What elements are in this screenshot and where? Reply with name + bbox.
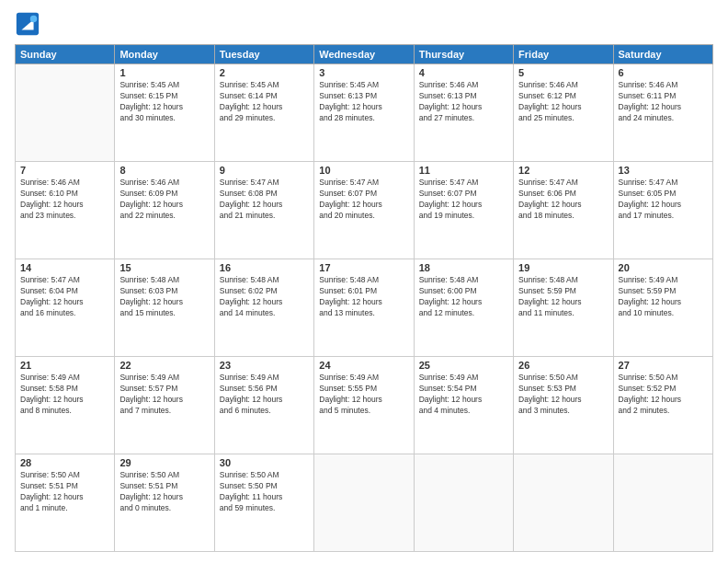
- day-info: Sunrise: 5:47 AM Sunset: 6:08 PM Dayligh…: [220, 178, 309, 222]
- day-info: Sunrise: 5:49 AM Sunset: 5:57 PM Dayligh…: [119, 373, 209, 417]
- calendar-cell: 19Sunrise: 5:48 AM Sunset: 5:59 PM Dayli…: [514, 259, 613, 357]
- day-number: 5: [518, 67, 608, 78]
- calendar-week-row: 21Sunrise: 5:49 AM Sunset: 5:58 PM Dayli…: [16, 357, 713, 454]
- day-info: Sunrise: 5:48 AM Sunset: 6:00 PM Dayligh…: [419, 275, 508, 319]
- calendar-cell: 28Sunrise: 5:50 AM Sunset: 5:51 PM Dayli…: [16, 454, 115, 552]
- day-number: 15: [119, 262, 209, 273]
- day-info: Sunrise: 5:46 AM Sunset: 6:12 PM Dayligh…: [518, 80, 608, 124]
- day-info: Sunrise: 5:49 AM Sunset: 5:54 PM Dayligh…: [419, 373, 508, 417]
- day-number: 8: [119, 165, 209, 176]
- calendar-cell: 23Sunrise: 5:49 AM Sunset: 5:56 PM Dayli…: [214, 357, 313, 454]
- day-info: Sunrise: 5:48 AM Sunset: 6:01 PM Dayligh…: [319, 275, 408, 319]
- day-number: 10: [319, 165, 408, 176]
- calendar-cell: 21Sunrise: 5:49 AM Sunset: 5:58 PM Dayli…: [16, 357, 115, 454]
- calendar-cell: 2Sunrise: 5:45 AM Sunset: 6:14 PM Daylig…: [214, 64, 313, 162]
- svg-point-2: [30, 16, 37, 22]
- day-number: 30: [220, 457, 309, 468]
- day-number: 6: [619, 67, 708, 78]
- day-info: Sunrise: 5:47 AM Sunset: 6:04 PM Dayligh…: [20, 275, 109, 319]
- calendar-cell: 29Sunrise: 5:50 AM Sunset: 5:51 PM Dayli…: [115, 454, 214, 552]
- calendar-cell: 5Sunrise: 5:46 AM Sunset: 6:12 PM Daylig…: [514, 64, 613, 162]
- day-info: Sunrise: 5:45 AM Sunset: 6:13 PM Dayligh…: [319, 80, 408, 124]
- day-number: 21: [20, 360, 109, 371]
- day-info: Sunrise: 5:50 AM Sunset: 5:51 PM Dayligh…: [20, 470, 109, 514]
- header: [15, 11, 713, 37]
- day-number: 11: [419, 165, 508, 176]
- day-info: Sunrise: 5:48 AM Sunset: 5:59 PM Dayligh…: [518, 275, 608, 319]
- weekday-header-row: SundayMondayTuesdayWednesdayThursdayFrid…: [16, 45, 713, 64]
- day-number: 1: [119, 67, 209, 78]
- calendar-cell: 16Sunrise: 5:48 AM Sunset: 6:02 PM Dayli…: [214, 259, 313, 357]
- day-info: Sunrise: 5:46 AM Sunset: 6:13 PM Dayligh…: [419, 80, 508, 124]
- day-number: 12: [518, 165, 608, 176]
- logo: [15, 11, 42, 37]
- day-info: Sunrise: 5:46 AM Sunset: 6:09 PM Dayligh…: [119, 178, 209, 222]
- day-info: Sunrise: 5:50 AM Sunset: 5:50 PM Dayligh…: [220, 470, 309, 514]
- logo-icon: [15, 11, 40, 37]
- calendar-cell: 13Sunrise: 5:47 AM Sunset: 6:05 PM Dayli…: [613, 162, 712, 259]
- calendar-cell: 6Sunrise: 5:46 AM Sunset: 6:11 PM Daylig…: [613, 64, 712, 162]
- calendar-cell: 11Sunrise: 5:47 AM Sunset: 6:07 PM Dayli…: [414, 162, 513, 259]
- day-number: 26: [518, 360, 608, 371]
- day-info: Sunrise: 5:47 AM Sunset: 6:07 PM Dayligh…: [319, 178, 408, 222]
- day-number: 19: [518, 262, 608, 273]
- day-number: 17: [319, 262, 408, 273]
- calendar-cell: 10Sunrise: 5:47 AM Sunset: 6:07 PM Dayli…: [314, 162, 414, 259]
- day-number: 25: [419, 360, 508, 371]
- calendar-cell: 9Sunrise: 5:47 AM Sunset: 6:08 PM Daylig…: [214, 162, 313, 259]
- day-info: Sunrise: 5:49 AM Sunset: 5:59 PM Dayligh…: [619, 275, 708, 319]
- weekday-header-cell: Wednesday: [314, 45, 414, 64]
- day-number: 18: [419, 262, 508, 273]
- calendar-cell: 30Sunrise: 5:50 AM Sunset: 5:50 PM Dayli…: [214, 454, 313, 552]
- day-number: 29: [119, 457, 209, 468]
- day-number: 22: [119, 360, 209, 371]
- day-info: Sunrise: 5:49 AM Sunset: 5:55 PM Dayligh…: [319, 373, 408, 417]
- day-info: Sunrise: 5:45 AM Sunset: 6:15 PM Dayligh…: [119, 80, 209, 124]
- calendar-cell: 12Sunrise: 5:47 AM Sunset: 6:06 PM Dayli…: [514, 162, 613, 259]
- day-info: Sunrise: 5:45 AM Sunset: 6:14 PM Dayligh…: [220, 80, 309, 124]
- weekday-header-cell: Saturday: [613, 45, 712, 64]
- day-info: Sunrise: 5:49 AM Sunset: 5:58 PM Dayligh…: [20, 373, 109, 417]
- calendar-cell: 15Sunrise: 5:48 AM Sunset: 6:03 PM Dayli…: [115, 259, 214, 357]
- weekday-header-cell: Friday: [514, 45, 613, 64]
- weekday-header-cell: Monday: [115, 45, 214, 64]
- calendar-cell: [16, 64, 115, 162]
- calendar-cell: 14Sunrise: 5:47 AM Sunset: 6:04 PM Dayli…: [16, 259, 115, 357]
- calendar-cell: 20Sunrise: 5:49 AM Sunset: 5:59 PM Dayli…: [613, 259, 712, 357]
- day-number: 27: [619, 360, 708, 371]
- calendar-cell: [414, 454, 513, 552]
- weekday-header-cell: Thursday: [414, 45, 513, 64]
- calendar-week-row: 28Sunrise: 5:50 AM Sunset: 5:51 PM Dayli…: [16, 454, 713, 552]
- day-number: 13: [619, 165, 708, 176]
- day-number: 9: [220, 165, 309, 176]
- day-number: 24: [319, 360, 408, 371]
- weekday-header-cell: Tuesday: [214, 45, 313, 64]
- day-info: Sunrise: 5:46 AM Sunset: 6:11 PM Dayligh…: [619, 80, 708, 124]
- calendar-cell: 25Sunrise: 5:49 AM Sunset: 5:54 PM Dayli…: [414, 357, 513, 454]
- calendar-cell: 17Sunrise: 5:48 AM Sunset: 6:01 PM Dayli…: [314, 259, 414, 357]
- day-number: 14: [20, 262, 109, 273]
- day-number: 7: [20, 165, 109, 176]
- calendar-cell: 22Sunrise: 5:49 AM Sunset: 5:57 PM Dayli…: [115, 357, 214, 454]
- calendar-cell: [613, 454, 712, 552]
- day-info: Sunrise: 5:50 AM Sunset: 5:52 PM Dayligh…: [619, 373, 708, 417]
- calendar-week-row: 7Sunrise: 5:46 AM Sunset: 6:10 PM Daylig…: [16, 162, 713, 259]
- calendar-cell: 7Sunrise: 5:46 AM Sunset: 6:10 PM Daylig…: [16, 162, 115, 259]
- calendar-cell: 26Sunrise: 5:50 AM Sunset: 5:53 PM Dayli…: [514, 357, 613, 454]
- day-info: Sunrise: 5:47 AM Sunset: 6:05 PM Dayligh…: [619, 178, 708, 222]
- day-info: Sunrise: 5:50 AM Sunset: 5:51 PM Dayligh…: [119, 470, 209, 514]
- day-info: Sunrise: 5:48 AM Sunset: 6:02 PM Dayligh…: [220, 275, 309, 319]
- calendar-week-row: 1Sunrise: 5:45 AM Sunset: 6:15 PM Daylig…: [16, 64, 713, 162]
- day-info: Sunrise: 5:50 AM Sunset: 5:53 PM Dayligh…: [518, 373, 608, 417]
- day-info: Sunrise: 5:46 AM Sunset: 6:10 PM Dayligh…: [20, 178, 109, 222]
- day-number: 4: [419, 67, 508, 78]
- day-number: 16: [220, 262, 309, 273]
- day-number: 23: [220, 360, 309, 371]
- page: SundayMondayTuesdayWednesdayThursdayFrid…: [0, 0, 728, 563]
- day-info: Sunrise: 5:48 AM Sunset: 6:03 PM Dayligh…: [119, 275, 209, 319]
- calendar-cell: 4Sunrise: 5:46 AM Sunset: 6:13 PM Daylig…: [414, 64, 513, 162]
- day-info: Sunrise: 5:49 AM Sunset: 5:56 PM Dayligh…: [220, 373, 309, 417]
- calendar-cell: [314, 454, 414, 552]
- day-number: 3: [319, 67, 408, 78]
- day-number: 20: [619, 262, 708, 273]
